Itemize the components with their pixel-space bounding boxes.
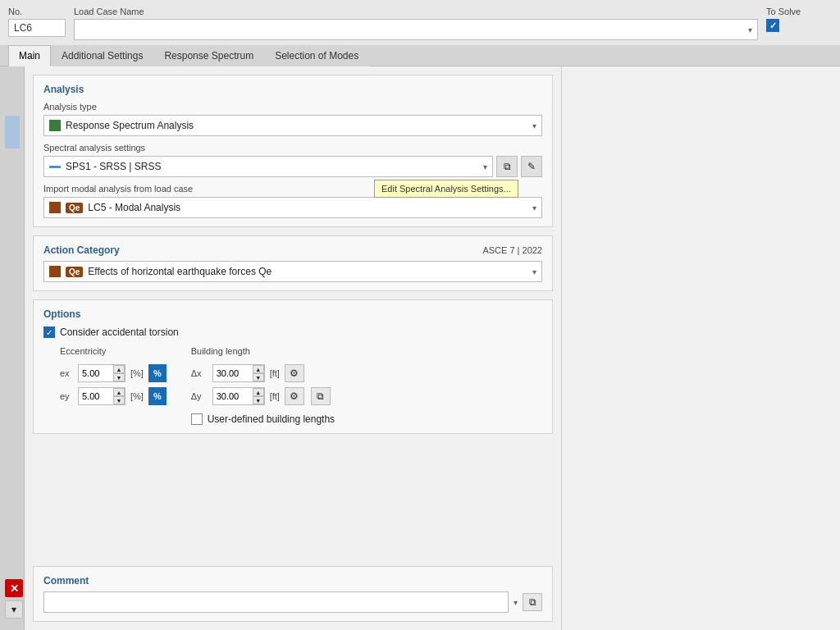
delete-button[interactable]: ✕ <box>5 579 23 597</box>
no-label: No. <box>8 7 66 16</box>
dy-up-btn[interactable]: ▲ <box>253 388 264 396</box>
torsion-label: Consider accidental torsion <box>60 326 179 338</box>
spectral-value: SPS1 - SRSS | SRSS <box>66 161 162 172</box>
dy-input[interactable] <box>213 390 253 403</box>
edit-icon: ✎ <box>527 161 536 172</box>
copy-icon: ⧉ <box>504 161 511 172</box>
ex-label: ex <box>60 368 73 378</box>
comment-title: Comment <box>43 575 542 587</box>
spectral-select[interactable]: SPS1 - SRSS | SRSS ▾ <box>43 156 493 177</box>
torsion-row: Consider accidental torsion <box>43 326 542 338</box>
ey-down-btn[interactable]: ▼ <box>113 396 125 404</box>
eccentricity-title: Eccentricity <box>60 346 167 356</box>
dx-label: Δx <box>191 368 208 378</box>
spectral-chevron-icon: ▾ <box>483 162 487 171</box>
tab-selection-of-modes[interactable]: Selection of Modes <box>264 45 369 66</box>
tab-response-spectrum[interactable]: Response Spectrum <box>153 45 264 66</box>
dy-label: Δy <box>191 391 208 401</box>
analysis-title: Analysis <box>43 84 542 95</box>
import-chevron-icon: ▾ <box>532 203 536 212</box>
ex-input[interactable] <box>79 367 113 380</box>
sidebar-indicator <box>5 116 20 148</box>
load-case-chevron-icon: ▾ <box>748 25 752 34</box>
action-value: Effects of horizontal earthquake forces … <box>88 266 272 277</box>
dx-up-btn[interactable]: ▲ <box>253 365 264 373</box>
dy-row: Δy ▲ ▼ [ft] ⚙ ⧉ <box>191 387 335 405</box>
user-defined-checkbox[interactable] <box>191 413 203 425</box>
action-badge: Qe <box>66 267 83 277</box>
action-category-select[interactable]: Qe Effects of horizontal earthquake forc… <box>43 261 542 282</box>
to-solve-checkbox[interactable] <box>766 19 779 32</box>
ey-up-btn[interactable]: ▲ <box>113 388 125 396</box>
comment-chevron-icon: ▾ <box>514 598 518 607</box>
tab-main[interactable]: Main <box>8 45 51 66</box>
action-color-icon <box>49 266 61 277</box>
analysis-type-label: Analysis type <box>43 102 542 112</box>
action-category-card: Action Category ASCE 7 | 2022 Qe Effects… <box>33 235 553 291</box>
dx-row: Δx ▲ ▼ [ft] ⚙ <box>191 364 335 382</box>
left-sidebar <box>0 66 25 630</box>
no-field-group: No. <box>8 7 66 37</box>
action-chevron-icon: ▾ <box>532 267 536 276</box>
ey-unit: [%] <box>130 391 144 401</box>
options-card: Options Consider accidental torsion Ecce… <box>33 299 553 434</box>
dx-input[interactable] <box>213 367 253 380</box>
dx-down-btn[interactable]: ▼ <box>253 373 264 381</box>
import-label: Import modal analysis from load case <box>43 184 542 194</box>
main-panel: Analysis Analysis type Response Spectrum… <box>25 66 561 630</box>
action-header: Action Category ASCE 7 | 2022 <box>43 244 542 256</box>
user-defined-label: User-defined building lengths <box>208 413 335 425</box>
analysis-type-chevron-icon: ▾ <box>532 121 536 130</box>
ey-input[interactable] <box>79 390 113 403</box>
building-length-title: Building length <box>191 346 335 356</box>
spectral-color-icon <box>49 166 61 168</box>
analysis-type-color-icon <box>49 120 61 131</box>
no-input[interactable] <box>8 19 66 37</box>
spectral-label: Spectral analysis settings <box>43 143 542 153</box>
ex-down-btn[interactable]: ▼ <box>113 373 125 381</box>
ex-unit: [%] <box>130 368 144 378</box>
load-case-field-group: Load Case Name ▾ <box>74 7 758 40</box>
dy-down-btn[interactable]: ▼ <box>253 396 264 404</box>
import-badge: Qe <box>66 203 83 213</box>
ex-row: ex ▲ ▼ [%] % <box>60 364 167 382</box>
analysis-type-value: Response Spectrum Analysis <box>66 120 194 131</box>
comment-input-row: ▾ ⧉ <box>43 591 542 613</box>
spectral-copy-button[interactable]: ⧉ <box>496 156 518 177</box>
ex-spinners: ▲ ▼ <box>113 365 125 381</box>
torsion-checkbox[interactable] <box>43 326 55 338</box>
expand-button[interactable]: ▾ <box>5 600 23 619</box>
bottom-left-controls: ✕ ▾ <box>5 579 23 619</box>
comment-copy-button[interactable]: ⧉ <box>523 593 542 611</box>
right-panel <box>561 66 840 630</box>
dy-spinners: ▲ ▼ <box>253 388 264 404</box>
ex-pct-button[interactable]: % <box>148 364 167 382</box>
dy-calc-button[interactable]: ⚙ <box>285 387 304 405</box>
spacer <box>33 442 553 558</box>
comment-input[interactable] <box>43 591 509 613</box>
dy-copy-button[interactable]: ⧉ <box>311 387 331 405</box>
ey-label: ey <box>60 391 73 401</box>
ey-pct-button[interactable]: % <box>148 387 167 405</box>
building-length-col: Building length Δx ▲ ▼ [ft] <box>191 346 335 425</box>
ecc-section: Eccentricity ex ▲ ▼ [%] <box>43 346 542 425</box>
tabs-row: Main Additional Settings Response Spectr… <box>0 45 840 66</box>
load-case-label: Load Case Name <box>74 7 758 16</box>
comment-section: Comment ▾ ⧉ <box>33 566 553 622</box>
dx-unit: [ft] <box>270 368 280 378</box>
analysis-card: Analysis Analysis type Response Spectrum… <box>33 75 553 227</box>
user-defined-row: User-defined building lengths <box>191 413 335 425</box>
to-solve-field-group: To Solve <box>766 7 832 32</box>
load-case-select[interactable]: ▾ <box>74 19 758 40</box>
ex-up-btn[interactable]: ▲ <box>113 365 125 373</box>
action-category-title: Action Category <box>43 244 120 256</box>
dx-spinners: ▲ ▼ <box>253 365 264 381</box>
dx-calc-button[interactable]: ⚙ <box>285 364 304 382</box>
import-select[interactable]: Qe LC5 - Modal Analysis ▾ <box>43 197 542 218</box>
tab-additional-settings[interactable]: Additional Settings <box>51 45 153 66</box>
ey-row: ey ▲ ▼ [%] % <box>60 387 167 405</box>
dy-unit: [ft] <box>270 391 280 401</box>
spectral-edit-button[interactable]: ✎ Edit Spectral Analysis Settings... <box>521 156 542 177</box>
analysis-type-select[interactable]: Response Spectrum Analysis ▾ <box>43 115 542 136</box>
eccentricity-col: Eccentricity ex ▲ ▼ [%] <box>60 346 167 425</box>
